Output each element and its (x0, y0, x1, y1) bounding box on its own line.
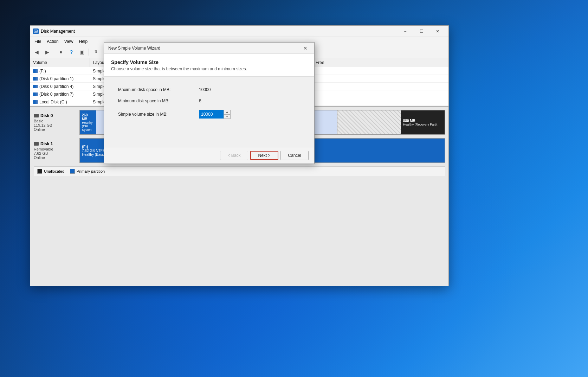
toolbar-sep-1 (54, 49, 54, 56)
toolbar-forward[interactable]: ▶ (42, 47, 52, 57)
disk-icon-1 (33, 77, 38, 81)
window-controls: − ☐ ✕ (397, 26, 446, 37)
form-row-max: Maximum disk space in MB: 10000 (118, 87, 300, 92)
cell-volume-0: (F:) (30, 67, 90, 75)
toolbar-properties[interactable]: ■ (56, 47, 66, 57)
disk-icon-3 (33, 92, 38, 96)
minimize-button[interactable]: − (397, 26, 413, 37)
disk0-label: Disk 0 Basic 119.12 GB Online (34, 113, 79, 132)
disk0-sub1: Basic (34, 119, 79, 123)
spin-down-button[interactable]: ▼ (224, 114, 230, 119)
disk1-label: Disk 1 Removable 7.62 GB Online (34, 141, 79, 160)
disk0-sub3: Online (34, 127, 79, 132)
wizard-close-button[interactable]: ✕ (301, 44, 310, 53)
next-button[interactable]: Next > (250, 151, 278, 160)
min-value: 8 (199, 98, 201, 103)
disk0-part-efi[interactable]: 260 MB Healthy (EFI Systen (80, 110, 96, 134)
toolbar-rescan[interactable]: ⇅ (91, 47, 101, 57)
disk1-icon (34, 142, 39, 146)
max-value: 10000 (199, 87, 211, 92)
wizard-body: Maximum disk space in MB: 10000 Minimum … (104, 77, 314, 147)
wizard-header-desc: Choose a volume size that is between the… (111, 66, 307, 71)
col-header-volume[interactable]: Volume (30, 58, 90, 67)
wizard-title-bar: New Simple Volume Wizard ✕ (104, 43, 314, 54)
disk-icon-4 (33, 100, 38, 104)
disk-icon-2 (33, 85, 38, 88)
size-spinner-buttons: ▲ ▼ (224, 110, 231, 119)
maximize-button[interactable]: ☐ (413, 26, 429, 37)
close-button[interactable]: ✕ (429, 26, 446, 37)
disk0-part-recovery[interactable]: 880 MB Healthy (Recovery Partit (401, 110, 445, 134)
disk0-part-unallocated[interactable] (337, 110, 401, 134)
legend-unallocated: Unallocated (37, 169, 64, 174)
cell-volume-3: (Disk 0 partition 7) (30, 90, 90, 98)
wizard-header: Specify Volume Size Choose a volume size… (104, 54, 314, 77)
wizard-footer: < Back Next > Cancel (104, 147, 314, 164)
form-row-min: Minimum disk space in MB: 8 (118, 98, 300, 103)
window-title: Disk Management (41, 29, 397, 34)
legend-primary-box (70, 169, 75, 174)
max-label: Maximum disk space in MB: (118, 87, 199, 92)
menu-help[interactable]: Help (76, 38, 91, 45)
disk1-sub1: Removable (34, 147, 79, 151)
svg-rect-1 (35, 31, 37, 32)
cancel-button[interactable]: Cancel (280, 151, 309, 160)
disk0-icon (34, 114, 39, 117)
spin-up-button[interactable]: ▲ (224, 110, 230, 114)
disk1-sub3: Online (34, 155, 79, 160)
toolbar-sep-2 (89, 49, 89, 56)
toolbar-help[interactable]: ? (66, 47, 76, 57)
legend-unallocated-box (37, 169, 42, 174)
app-icon (33, 28, 39, 34)
size-spinner-container: ▲ ▼ (199, 110, 231, 119)
legend: Unallocated Primary partition (34, 166, 445, 176)
cell-volume-1: (Disk 0 partition 1) (30, 75, 90, 82)
disk1-sub2: 7.62 GB (34, 151, 79, 155)
form-row-size: Simple volume size in MB: ▲ ▼ (118, 110, 300, 119)
wizard-header-title: Specify Volume Size (111, 59, 307, 65)
menu-file[interactable]: File (32, 38, 44, 45)
title-bar: Disk Management − ☐ ✕ (30, 26, 448, 37)
toolbar-format[interactable]: ▣ (77, 47, 87, 57)
cell-volume-2: (Disk 0 partition 4) (30, 83, 90, 90)
cell-volume-4: Local Disk (C:) (30, 98, 90, 106)
size-label: Simple volume size in MB: (118, 112, 199, 117)
menu-view[interactable]: View (62, 38, 76, 45)
wizard-dialog: New Simple Volume Wizard ✕ Specify Volum… (104, 42, 315, 164)
disk0-sub2: 119.12 GB (34, 123, 79, 127)
back-button[interactable]: < Back (220, 151, 248, 160)
wizard-title-text: New Simple Volume Wizard (108, 46, 301, 51)
size-input[interactable] (199, 110, 224, 119)
legend-primary: Primary partition (70, 169, 105, 174)
toolbar-back[interactable]: ◀ (32, 47, 41, 57)
min-label: Minimum disk space in MB: (118, 98, 199, 103)
disk-icon-0 (33, 69, 38, 73)
menu-action[interactable]: Action (44, 38, 61, 45)
